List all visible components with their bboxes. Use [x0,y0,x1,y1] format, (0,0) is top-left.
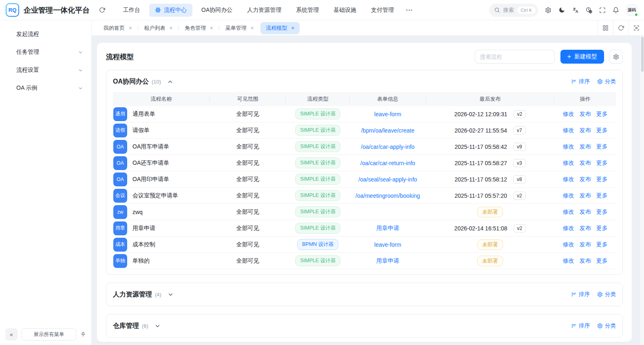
classify-button[interactable]: 分类 [597,291,616,298]
new-model-button[interactable]: + 新建模型 [560,50,604,64]
tab-tenant-list[interactable]: 租户列表 × [139,22,178,34]
publish-link[interactable]: 发布 [580,241,591,248]
form-link[interactable]: leave-form [374,111,401,117]
modify-link[interactable]: 修改 [563,111,574,118]
publish-link[interactable]: 发布 [580,176,591,183]
classify-button[interactable]: 分类 [597,322,616,330]
expand-group-button[interactable] [154,323,161,329]
publish-link[interactable]: 发布 [580,159,591,167]
expand-group-button[interactable] [168,292,174,298]
modify-link[interactable]: 修改 [563,225,574,232]
more-link[interactable]: 更多 [596,208,608,216]
nav-item-workbench[interactable]: 工作台 [117,4,146,17]
timezone-button[interactable] [586,7,592,13]
sidebar-item-start-process[interactable]: 发起流程 [0,25,91,43]
pin-sidebar-button[interactable] [80,332,86,337]
fullscreen-button[interactable] [599,7,606,13]
more-link[interactable]: 更多 [596,159,608,167]
tab-refresh-button[interactable] [613,20,629,35]
modify-link[interactable]: 修改 [563,159,574,167]
close-icon[interactable]: × [129,25,132,31]
classify-button[interactable]: 分类 [597,78,616,85]
tab-maximize-button[interactable] [629,20,644,35]
sidebar-item-oa-examples[interactable]: OA 示例 [0,79,91,97]
nav-item-process-center[interactable]: 流程中心 [149,4,192,17]
global-search[interactable]: 搜索 Ctrl K [489,4,538,17]
modify-link[interactable]: 修改 [563,192,574,199]
publish-link[interactable]: 发布 [580,111,591,118]
modify-link[interactable]: 修改 [563,241,574,248]
more-link[interactable]: 更多 [596,176,608,183]
process-row[interactable]: 请假 请假单 全部可见 SIMPLE 设计器 /bpm/oa/leave/cre… [113,122,616,139]
modify-link[interactable]: 修改 [563,208,574,216]
form-link[interactable]: /bpm/oa/leave/create [361,127,415,134]
tab-process-model[interactable]: 流程模型 × [260,22,300,34]
sort-button[interactable]: 排序 [571,78,590,85]
nav-more-icon[interactable]: ··· [403,4,416,16]
notifications-button[interactable] [613,7,619,13]
nav-item-system[interactable]: 系统管理 [290,4,324,17]
form-link[interactable]: 用章申请 [376,225,399,232]
tab-my-home[interactable]: 我的首页 × [98,22,137,34]
modify-link[interactable]: 修改 [563,257,574,265]
scrollbar-thumb[interactable] [641,37,644,72]
process-search-input[interactable] [475,50,555,64]
form-link[interactable]: /oa/seal/seal-apply-info [358,176,417,183]
language-button[interactable] [572,7,579,13]
settings-button[interactable] [545,7,551,13]
sort-button[interactable]: 排序 [571,322,590,330]
close-icon[interactable]: × [251,25,254,31]
process-row[interactable]: 通用 通用表单 全部可见 SIMPLE 设计器 leave-form 2026-… [113,106,616,122]
nav-item-hr[interactable]: 人力资源管理 [241,4,287,17]
publish-link[interactable]: 发布 [580,127,591,134]
sidebar-item-task-management[interactable]: 任务管理 [0,43,91,61]
modify-link[interactable]: 修改 [563,143,574,150]
more-link[interactable]: 更多 [596,225,608,232]
close-icon[interactable]: × [170,25,173,31]
header-refresh-icon[interactable] [99,7,105,13]
tab-menu-management[interactable]: 菜单管理 × [220,22,259,34]
more-link[interactable]: 更多 [596,143,608,150]
process-row[interactable]: zw zwq 全部可见 SIMPLE 设计器 未部署 修改 发布 更多 [113,204,616,220]
nav-item-oa[interactable]: OA协同办公 [196,4,238,17]
process-row[interactable]: 成本 成本控制 全部可见 BPMN 设计器 leave-form 未部署 修改 … [113,237,616,253]
modify-link[interactable]: 修改 [563,176,574,183]
dark-mode-button[interactable] [558,7,565,13]
collapse-group-button[interactable] [167,79,173,85]
more-link[interactable]: 更多 [596,192,608,199]
publish-link[interactable]: 发布 [580,192,591,199]
form-link[interactable]: leave-form [374,241,401,248]
publish-link[interactable]: 发布 [580,257,591,265]
sort-button[interactable]: 排序 [571,291,590,298]
user-avatar[interactable]: 源码 [626,4,637,16]
publish-link[interactable]: 发布 [580,208,591,216]
process-row[interactable]: 单独 单独的 全部可见 SIMPLE 设计器 用章申请 未部署 修改 发布 更多 [113,253,616,269]
sidebar-collapse-button[interactable]: « [5,328,18,341]
form-link[interactable]: /oa/car/car-return-info [360,160,415,166]
more-link[interactable]: 更多 [596,111,608,118]
publish-link[interactable]: 发布 [580,143,591,150]
more-link[interactable]: 更多 [596,257,608,265]
more-link[interactable]: 更多 [596,241,608,248]
process-row[interactable]: OA OA用印申请单 全部可见 SIMPLE 设计器 /oa/seal/seal… [113,171,616,188]
process-row[interactable]: 会议 会议室预定申请单 全部可见 SIMPLE 设计器 /oa/meetingr… [113,188,616,204]
page-scrollbar[interactable] [640,36,644,345]
sidebar-item-process-settings[interactable]: 流程设置 [0,61,91,79]
close-icon[interactable]: × [210,25,213,31]
form-link[interactable]: /oa/car/car-apply-info [361,144,415,150]
form-link[interactable]: 用章申请 [376,257,399,265]
show-all-menus-button[interactable]: 展示所有菜单 [22,328,76,341]
process-row[interactable]: OA OA还车申请单 全部可见 SIMPLE 设计器 /oa/car/car-r… [113,155,616,171]
form-link[interactable]: /oa/meetingroom/booking [355,192,420,199]
more-link[interactable]: 更多 [596,127,608,134]
panel-settings-button[interactable] [609,50,623,64]
process-row[interactable]: OA OA用车申请单 全部可见 SIMPLE 设计器 /oa/car/car-a… [113,139,616,155]
nav-item-pay[interactable]: 支付管理 [365,4,399,17]
modify-link[interactable]: 修改 [563,127,574,134]
nav-item-infra[interactable]: 基础设施 [328,4,362,17]
publish-link[interactable]: 发布 [580,225,591,232]
process-row[interactable]: 用章 用章申请 全部可见 SIMPLE 设计器 用章申请 2026-02-14 … [113,220,616,237]
tab-overview-button[interactable] [598,20,613,35]
app-logo[interactable]: RQ [6,3,19,17]
close-icon[interactable]: × [291,25,294,31]
